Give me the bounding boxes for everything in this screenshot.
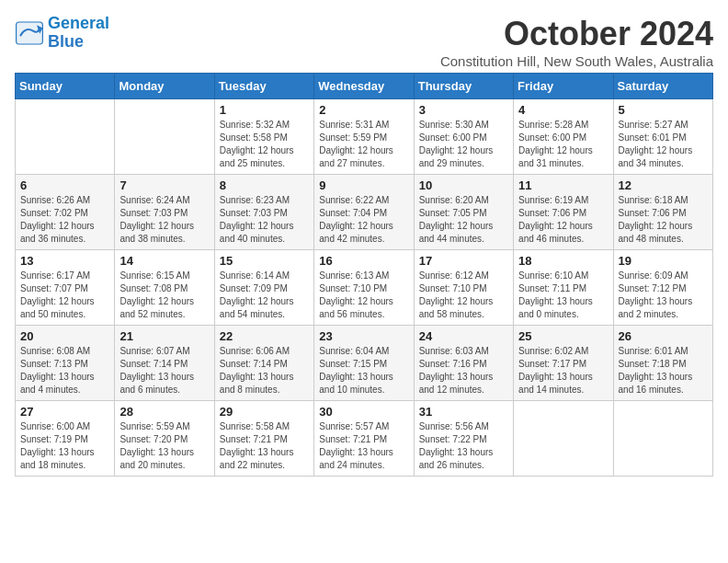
- header-monday: Monday: [115, 74, 214, 99]
- day-number: 11: [518, 178, 608, 192]
- day-number: 10: [419, 178, 508, 192]
- header-thursday: Thursday: [414, 74, 513, 99]
- day-info: Sunrise: 5:28 AM Sunset: 6:00 PM Dayligh…: [518, 119, 608, 170]
- table-row: 6Sunrise: 6:26 AM Sunset: 7:02 PM Daylig…: [16, 175, 115, 250]
- page-header: General Blue October 2024 Constitution H…: [15, 15, 713, 69]
- day-number: 31: [419, 405, 508, 419]
- table-row: 11Sunrise: 6:19 AM Sunset: 7:06 PM Dayli…: [514, 175, 613, 250]
- table-row: [115, 99, 214, 175]
- header-friday: Friday: [514, 74, 613, 99]
- table-row: 17Sunrise: 6:12 AM Sunset: 7:10 PM Dayli…: [414, 250, 513, 326]
- day-info: Sunrise: 6:07 AM Sunset: 7:14 PM Dayligh…: [119, 345, 209, 396]
- day-info: Sunrise: 6:00 AM Sunset: 7:19 PM Dayligh…: [20, 420, 109, 472]
- table-row: 8Sunrise: 6:23 AM Sunset: 7:03 PM Daylig…: [214, 175, 313, 250]
- day-number: 18: [518, 254, 608, 268]
- day-number: 14: [119, 254, 209, 268]
- table-row: 31Sunrise: 5:56 AM Sunset: 7:22 PM Dayli…: [414, 401, 513, 477]
- table-row: 24Sunrise: 6:03 AM Sunset: 7:16 PM Dayli…: [414, 326, 513, 401]
- table-row: [16, 99, 115, 175]
- table-row: 2Sunrise: 5:31 AM Sunset: 5:59 PM Daylig…: [314, 99, 414, 175]
- calendar-week-row: 6Sunrise: 6:26 AM Sunset: 7:02 PM Daylig…: [16, 175, 713, 250]
- day-info: Sunrise: 6:17 AM Sunset: 7:07 PM Dayligh…: [20, 270, 109, 321]
- day-info: Sunrise: 5:30 AM Sunset: 6:00 PM Dayligh…: [419, 119, 508, 170]
- day-info: Sunrise: 6:01 AM Sunset: 7:18 PM Dayligh…: [619, 345, 708, 396]
- table-row: 21Sunrise: 6:07 AM Sunset: 7:14 PM Dayli…: [115, 326, 214, 401]
- calendar-week-row: 13Sunrise: 6:17 AM Sunset: 7:07 PM Dayli…: [16, 250, 713, 326]
- table-row: 30Sunrise: 5:57 AM Sunset: 7:21 PM Dayli…: [314, 401, 414, 477]
- table-row: 26Sunrise: 6:01 AM Sunset: 7:18 PM Dayli…: [613, 326, 712, 401]
- table-row: 1Sunrise: 5:32 AM Sunset: 5:58 PM Daylig…: [214, 99, 313, 175]
- table-row: 20Sunrise: 6:08 AM Sunset: 7:13 PM Dayli…: [16, 326, 115, 401]
- day-info: Sunrise: 5:59 AM Sunset: 7:20 PM Dayligh…: [119, 420, 209, 472]
- table-row: 5Sunrise: 5:27 AM Sunset: 6:01 PM Daylig…: [613, 99, 712, 175]
- day-number: 29: [220, 405, 309, 419]
- day-info: Sunrise: 6:22 AM Sunset: 7:04 PM Dayligh…: [319, 194, 408, 246]
- table-row: 28Sunrise: 5:59 AM Sunset: 7:20 PM Dayli…: [115, 401, 214, 477]
- day-info: Sunrise: 5:27 AM Sunset: 6:01 PM Dayligh…: [619, 119, 708, 170]
- day-number: 17: [419, 254, 508, 268]
- day-info: Sunrise: 6:04 AM Sunset: 7:15 PM Dayligh…: [319, 345, 408, 396]
- day-info: Sunrise: 6:26 AM Sunset: 7:02 PM Dayligh…: [20, 194, 109, 246]
- day-number: 12: [619, 178, 708, 192]
- title-block: October 2024 Constitution Hill, New Sout…: [440, 15, 713, 69]
- month-title: October 2024: [440, 15, 713, 53]
- day-number: 15: [220, 254, 309, 268]
- table-row: 9Sunrise: 6:22 AM Sunset: 7:04 PM Daylig…: [314, 175, 414, 250]
- location-subtitle: Constitution Hill, New South Wales, Aust…: [440, 53, 713, 69]
- table-row: 27Sunrise: 6:00 AM Sunset: 7:19 PM Dayli…: [16, 401, 115, 477]
- day-number: 23: [319, 329, 408, 343]
- day-number: 9: [319, 178, 408, 192]
- day-info: Sunrise: 6:18 AM Sunset: 7:06 PM Dayligh…: [619, 194, 708, 246]
- day-info: Sunrise: 6:12 AM Sunset: 7:10 PM Dayligh…: [419, 270, 508, 321]
- day-info: Sunrise: 5:56 AM Sunset: 7:22 PM Dayligh…: [419, 420, 508, 472]
- day-info: Sunrise: 6:14 AM Sunset: 7:09 PM Dayligh…: [220, 270, 309, 321]
- table-row: 23Sunrise: 6:04 AM Sunset: 7:15 PM Dayli…: [314, 326, 414, 401]
- header-wednesday: Wednesday: [314, 74, 414, 99]
- day-number: 20: [20, 329, 109, 343]
- day-info: Sunrise: 5:57 AM Sunset: 7:21 PM Dayligh…: [319, 420, 408, 472]
- day-number: 1: [220, 103, 309, 117]
- table-row: 4Sunrise: 5:28 AM Sunset: 6:00 PM Daylig…: [514, 99, 613, 175]
- day-number: 2: [319, 103, 408, 117]
- day-info: Sunrise: 6:02 AM Sunset: 7:17 PM Dayligh…: [518, 345, 608, 396]
- day-info: Sunrise: 6:13 AM Sunset: 7:10 PM Dayligh…: [319, 270, 408, 321]
- day-info: Sunrise: 6:15 AM Sunset: 7:08 PM Dayligh…: [119, 270, 209, 321]
- day-number: 30: [319, 405, 408, 419]
- table-row: 12Sunrise: 6:18 AM Sunset: 7:06 PM Dayli…: [613, 175, 712, 250]
- table-row: 22Sunrise: 6:06 AM Sunset: 7:14 PM Dayli…: [214, 326, 313, 401]
- table-row: 3Sunrise: 5:30 AM Sunset: 6:00 PM Daylig…: [414, 99, 513, 175]
- day-info: Sunrise: 5:32 AM Sunset: 5:58 PM Dayligh…: [220, 119, 309, 170]
- calendar-week-row: 1Sunrise: 5:32 AM Sunset: 5:58 PM Daylig…: [16, 99, 713, 175]
- day-number: 4: [518, 103, 608, 117]
- table-row: [613, 401, 712, 477]
- day-number: 24: [419, 329, 508, 343]
- day-number: 8: [220, 178, 309, 192]
- table-row: 14Sunrise: 6:15 AM Sunset: 7:08 PM Dayli…: [115, 250, 214, 326]
- day-info: Sunrise: 6:10 AM Sunset: 7:11 PM Dayligh…: [518, 270, 608, 321]
- calendar-week-row: 27Sunrise: 6:00 AM Sunset: 7:19 PM Dayli…: [16, 401, 713, 477]
- day-number: 7: [119, 178, 209, 192]
- logo: General Blue: [15, 15, 109, 52]
- day-info: Sunrise: 6:08 AM Sunset: 7:13 PM Dayligh…: [20, 345, 109, 396]
- logo-line2: Blue: [48, 32, 84, 51]
- header-saturday: Saturday: [613, 74, 712, 99]
- header-tuesday: Tuesday: [214, 74, 313, 99]
- day-number: 3: [419, 103, 508, 117]
- logo-icon: [15, 20, 44, 46]
- day-info: Sunrise: 6:24 AM Sunset: 7:03 PM Dayligh…: [119, 194, 209, 246]
- day-number: 27: [20, 405, 109, 419]
- day-number: 19: [619, 254, 708, 268]
- table-row: 29Sunrise: 5:58 AM Sunset: 7:21 PM Dayli…: [214, 401, 313, 477]
- logo-line1: General: [48, 14, 109, 32]
- table-row: 18Sunrise: 6:10 AM Sunset: 7:11 PM Dayli…: [514, 250, 613, 326]
- day-number: 13: [20, 254, 109, 268]
- day-info: Sunrise: 6:23 AM Sunset: 7:03 PM Dayligh…: [220, 194, 309, 246]
- day-number: 22: [220, 329, 309, 343]
- day-number: 6: [20, 178, 109, 192]
- table-row: [514, 401, 613, 477]
- day-info: Sunrise: 6:06 AM Sunset: 7:14 PM Dayligh…: [220, 345, 309, 396]
- day-number: 28: [119, 405, 209, 419]
- day-info: Sunrise: 6:03 AM Sunset: 7:16 PM Dayligh…: [419, 345, 508, 396]
- table-row: 7Sunrise: 6:24 AM Sunset: 7:03 PM Daylig…: [115, 175, 214, 250]
- table-row: 15Sunrise: 6:14 AM Sunset: 7:09 PM Dayli…: [214, 250, 313, 326]
